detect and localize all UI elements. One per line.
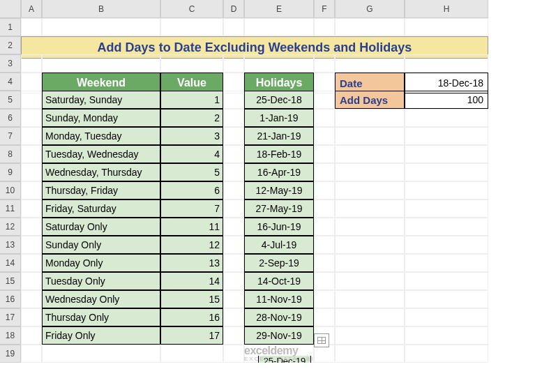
- empty-cell[interactable]: [160, 18, 223, 36]
- holiday-cell[interactable]: 29-Nov-19: [244, 326, 314, 345]
- weekend-name[interactable]: Monday, Tuesday: [42, 127, 160, 145]
- holiday-cell[interactable]: 2-Sep-19: [244, 254, 314, 272]
- column-header[interactable]: G: [335, 0, 405, 18]
- empty-cell[interactable]: [223, 236, 244, 254]
- row-header[interactable]: 17: [0, 308, 21, 326]
- empty-cell[interactable]: [405, 199, 488, 218]
- empty-cell[interactable]: [335, 345, 405, 363]
- holiday-cell[interactable]: 1-Jan-19: [244, 109, 314, 127]
- empty-cell[interactable]: [160, 345, 223, 363]
- row-header[interactable]: 10: [0, 181, 21, 199]
- row-header[interactable]: 2: [0, 36, 21, 54]
- weekend-name[interactable]: Friday, Saturday: [42, 199, 160, 218]
- empty-cell[interactable]: [335, 54, 405, 73]
- empty-cell[interactable]: [314, 18, 335, 36]
- empty-cell[interactable]: [42, 54, 160, 73]
- empty-cell[interactable]: [21, 145, 42, 163]
- empty-cell[interactable]: [314, 254, 335, 272]
- weekend-value[interactable]: 11: [160, 218, 223, 236]
- holiday-cell[interactable]: 11-Nov-19: [244, 290, 314, 308]
- empty-cell[interactable]: [42, 18, 160, 36]
- holiday-cell[interactable]: 25-Dec-18: [244, 91, 314, 109]
- weekend-name[interactable]: Tuesday Only: [42, 272, 160, 290]
- empty-cell[interactable]: [405, 127, 488, 145]
- empty-cell[interactable]: [21, 218, 42, 236]
- empty-cell[interactable]: [405, 254, 488, 272]
- weekend-value[interactable]: 13: [160, 254, 223, 272]
- empty-cell[interactable]: [21, 272, 42, 290]
- empty-cell[interactable]: [223, 91, 244, 109]
- empty-cell[interactable]: [405, 181, 488, 199]
- empty-cell[interactable]: [314, 308, 335, 326]
- empty-cell[interactable]: [21, 54, 42, 73]
- weekend-name[interactable]: Thursday, Friday: [42, 181, 160, 199]
- empty-cell[interactable]: [335, 308, 405, 326]
- column-header[interactable]: B: [42, 0, 160, 18]
- empty-cell[interactable]: [314, 199, 335, 218]
- empty-cell[interactable]: [314, 163, 335, 181]
- weekend-value[interactable]: 15: [160, 290, 223, 308]
- column-header[interactable]: F: [314, 0, 335, 18]
- weekend-value[interactable]: 6: [160, 181, 223, 199]
- adddays-value[interactable]: 100: [405, 91, 488, 109]
- empty-cell[interactable]: [21, 91, 42, 109]
- paste-options-icon[interactable]: [314, 333, 329, 347]
- empty-cell[interactable]: [335, 127, 405, 145]
- row-header[interactable]: 12: [0, 218, 21, 236]
- empty-cell[interactable]: [335, 290, 405, 308]
- weekend-value[interactable]: 16: [160, 308, 223, 326]
- row-header[interactable]: 9: [0, 163, 21, 181]
- holiday-cell[interactable]: 16-Jun-19: [244, 218, 314, 236]
- holiday-cell[interactable]: 28-Nov-19: [244, 308, 314, 326]
- weekend-value[interactable]: 14: [160, 272, 223, 290]
- empty-cell[interactable]: [335, 145, 405, 163]
- empty-cell[interactable]: [405, 290, 488, 308]
- empty-cell[interactable]: [405, 145, 488, 163]
- empty-cell[interactable]: [223, 308, 244, 326]
- empty-cell[interactable]: [223, 326, 244, 345]
- weekend-name[interactable]: Tuesday, Wednesday: [42, 145, 160, 163]
- empty-cell[interactable]: [223, 181, 244, 199]
- empty-cell[interactable]: [21, 254, 42, 272]
- select-all-corner[interactable]: [0, 0, 21, 18]
- empty-cell[interactable]: [335, 199, 405, 218]
- empty-cell[interactable]: [223, 163, 244, 181]
- holiday-cell[interactable]: 12-May-19: [244, 181, 314, 199]
- holiday-cell[interactable]: 18-Feb-19: [244, 145, 314, 163]
- empty-cell[interactable]: [335, 272, 405, 290]
- empty-cell[interactable]: [223, 54, 244, 73]
- empty-cell[interactable]: [335, 181, 405, 199]
- row-header[interactable]: 15: [0, 272, 21, 290]
- weekend-name[interactable]: Thursday Only: [42, 308, 160, 326]
- adddays-label[interactable]: Add Days: [335, 91, 405, 109]
- empty-cell[interactable]: [223, 145, 244, 163]
- column-header[interactable]: D: [223, 0, 244, 18]
- empty-cell[interactable]: [21, 109, 42, 127]
- weekend-value[interactable]: 1: [160, 91, 223, 109]
- empty-cell[interactable]: [405, 308, 488, 326]
- empty-cell[interactable]: [223, 127, 244, 145]
- empty-cell[interactable]: [314, 54, 335, 73]
- row-header[interactable]: 18: [0, 326, 21, 345]
- empty-cell[interactable]: [223, 272, 244, 290]
- empty-cell[interactable]: [21, 236, 42, 254]
- empty-cell[interactable]: [405, 345, 488, 363]
- empty-cell[interactable]: [314, 218, 335, 236]
- weekend-name[interactable]: Sunday Only: [42, 236, 160, 254]
- empty-cell[interactable]: [405, 218, 488, 236]
- weekend-value[interactable]: 4: [160, 145, 223, 163]
- empty-cell[interactable]: [21, 181, 42, 199]
- empty-cell[interactable]: [335, 18, 405, 36]
- empty-cell[interactable]: [21, 326, 42, 345]
- empty-cell[interactable]: [405, 236, 488, 254]
- empty-cell[interactable]: [314, 272, 335, 290]
- empty-cell[interactable]: [223, 254, 244, 272]
- empty-cell[interactable]: [21, 127, 42, 145]
- empty-cell[interactable]: [42, 345, 160, 363]
- empty-cell[interactable]: [223, 199, 244, 218]
- empty-cell[interactable]: [314, 181, 335, 199]
- holiday-cell[interactable]: 16-Apr-19: [244, 163, 314, 181]
- row-header[interactable]: 8: [0, 145, 21, 163]
- empty-cell[interactable]: [223, 218, 244, 236]
- holiday-cell[interactable]: 27-May-19: [244, 199, 314, 218]
